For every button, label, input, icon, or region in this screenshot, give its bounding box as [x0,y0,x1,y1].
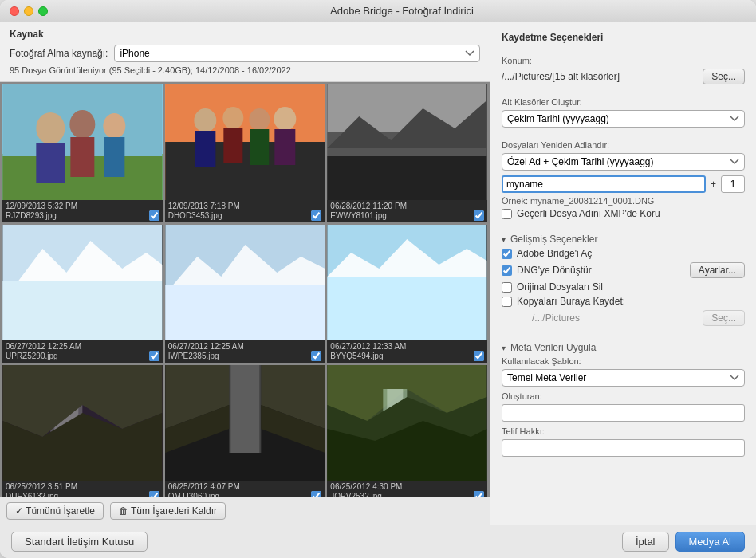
close-button[interactable] [10,6,19,16]
photo-filename-row-4: UPRZ5290.jpg [6,351,159,361]
rename-number-input[interactable] [721,175,745,193]
rename-custom-name-input[interactable] [502,175,706,193]
photo-meta-5: 06/27/2012 12:25 AM IWPE2385.jpg [165,340,325,363]
thumb-landscape-bw-img [327,84,487,200]
meta-section-header[interactable]: Meta Verileri Uygula [502,342,745,353]
photo-cell-4: 06/27/2012 12:25 AM UPRZ5290.jpg [2,225,163,363]
photo-date-4: 06/27/2012 12:25 AM [6,342,159,351]
rename-dropdown-row: Özel Ad + Çekim Tarihi (yyyyaagg) [502,153,745,171]
photo-date-8: 06/25/2012 4:07 PM [168,482,322,491]
minimize-button[interactable] [24,6,33,16]
photo-filename-3: EWWY8101.jpg [330,211,387,220]
dng-settings-button[interactable]: Ayarlar... [690,262,745,278]
meta-section-label: Meta Verileri Uygula [510,342,596,353]
photo-date-5: 06/27/2012 12:25 AM [168,342,322,351]
svg-point-12 [222,107,243,129]
photo-checkbox-3[interactable] [474,210,484,221]
save-options-title: Kaydetme Seçenekleri [502,32,745,43]
svg-rect-11 [195,131,215,167]
thumb-people-1-img [2,84,163,200]
photo-filename-5: IWPE2385.jpg [168,352,219,360]
photo-filename-row-6: BYYQ5494.jpg [330,351,484,361]
rename-input-row: + [502,175,745,193]
photo-date-7: 06/25/2012 3:51 PM [6,482,159,491]
svg-point-4 [69,110,95,139]
subfolder-select[interactable]: Çekim Tarihi (yyyyaagg) [502,110,745,128]
svg-rect-3 [36,143,65,183]
copies-path: /.../Pictures [532,312,580,324]
rename-section: Dosyaları Yeniden Adlandır: Özel Ad + Çe… [502,140,745,222]
select-all-label: ✓ Tümünü İşaretle [15,505,95,517]
photo-filename-4: UPRZ5290.jpg [6,352,58,360]
meta-section: Meta Verileri Uygula Kullanılacak Şablon… [502,339,745,457]
photo-cell-7: 06/25/2012 3:51 PM DUEY6132.jpg [2,365,163,497]
photo-checkbox-9[interactable] [474,491,484,497]
photo-filename-row-5: IWPE2385.jpg [168,351,322,361]
photo-meta-8: 06/25/2012 4:07 PM QMJJ3060.jpg [165,481,325,497]
right-panel: Kaydetme Seçenekleri Konum: /.../Picture… [490,22,756,525]
photo-meta-6: 06/27/2012 12:33 AM BYYQ5494.jpg [327,340,487,363]
select-all-button[interactable]: ✓ Tümünü İşaretle [6,502,104,520]
svg-rect-13 [223,128,242,163]
advanced-section: Gelişmiş Seçenekler Adobe Bridge'i Aç DN… [502,230,745,331]
open-bridge-checkbox[interactable] [502,249,512,259]
photo-checkbox-6[interactable] [474,351,484,361]
cancel-button[interactable]: İptal [622,532,669,552]
traffic-lights [10,6,48,16]
deselect-all-button[interactable]: 🗑 Tüm İşaretleri Kaldır [110,502,226,520]
rename-select[interactable]: Özel Ad + Çekim Tarihi (yyyyaagg) [502,153,745,171]
photo-checkbox-8[interactable] [311,491,321,497]
main-window: Adobe Bridge - Fotoğraf İndirici Kaynak … [0,0,756,558]
photo-filename-7: DUEY6132.jpg [6,492,58,497]
source-row: Fotoğraf Alma kaynağı: iPhone [10,45,480,62]
svg-rect-29 [328,277,487,340]
photo-filename-1: RJZD8293.jpg [6,211,57,220]
photo-thumb-1 [2,84,163,200]
cancel-label: İptal [636,536,656,548]
photo-filename-9: JQPV2532.jpg [330,492,382,497]
advanced-section-header[interactable]: Gelişmiş Seçenekler [502,234,745,245]
photo-filename-6: BYYQ5494.jpg [330,352,383,360]
creator-input[interactable] [502,404,745,422]
copies-choose-button[interactable]: Seç... [703,310,745,326]
copyright-input[interactable] [502,439,745,457]
thumb-waterfall-1-img [2,365,163,481]
photo-meta-4: 06/27/2012 12:25 AM UPRZ5290.jpg [2,340,163,363]
preserve-xmp-checkbox[interactable] [502,209,512,219]
maximize-button[interactable] [38,6,48,16]
photo-checkbox-4[interactable] [149,351,159,361]
photo-thumb-6 [327,225,487,340]
photo-checkbox-2[interactable] [311,210,321,221]
photo-filename-row-7: DUEY6132.jpg [6,491,159,497]
photo-meta-9: 06/25/2012 4:30 PM JQPV2532.jpg [327,481,487,497]
location-path: /.../Pictures/[15 alt klasörler] [502,71,620,82]
standard-dialog-button[interactable]: Standart İletişim Kutusu [11,532,148,552]
media-import-button[interactable]: Medya Al [675,532,745,552]
main-content: Kaynak Fotoğraf Alma kaynağı: iPhone 95 … [0,22,756,525]
dng-settings-label: Ayarlar... [699,265,736,276]
window-title: Adobe Bridge - Fotoğraf İndirici [57,5,746,17]
photo-checkbox-7[interactable] [149,491,159,497]
photo-cell-1: 12/09/2013 5:32 PM RJZD8293.jpg [2,84,163,222]
rename-label: Dosyaları Yeniden Adlandır: [502,140,745,150]
photo-cell-2: 12/09/2013 7:18 PM DHOD3453.jpg [165,84,325,222]
photo-filename-row-9: JQPV2532.jpg [330,491,484,497]
photo-checkbox-1[interactable] [149,210,159,221]
convert-dng-checkbox[interactable] [502,265,512,276]
photo-checkbox-5[interactable] [311,351,321,361]
subfolder-dropdown-row: Çekim Tarihi (yyyyaagg) [502,110,745,128]
source-select[interactable]: iPhone [114,45,480,62]
save-copies-checkbox[interactable] [502,297,512,307]
photo-meta-7: 06/25/2012 3:51 PM DUEY6132.jpg [2,481,163,497]
rename-plus-sign: + [711,179,716,190]
svg-rect-15 [250,129,269,165]
thumb-glacier-3-img [327,225,487,340]
photo-thumb-2 [165,84,325,200]
photo-thumb-8 [165,365,325,481]
svg-rect-21 [328,156,487,200]
location-choose-button[interactable]: Seç... [703,69,745,84]
photo-date-6: 06/27/2012 12:33 AM [330,342,484,351]
template-select[interactable]: Temel Meta Veriler [502,369,745,387]
delete-originals-checkbox[interactable] [502,282,512,293]
photo-filename-row-8: QMJJ3060.jpg [168,491,322,497]
